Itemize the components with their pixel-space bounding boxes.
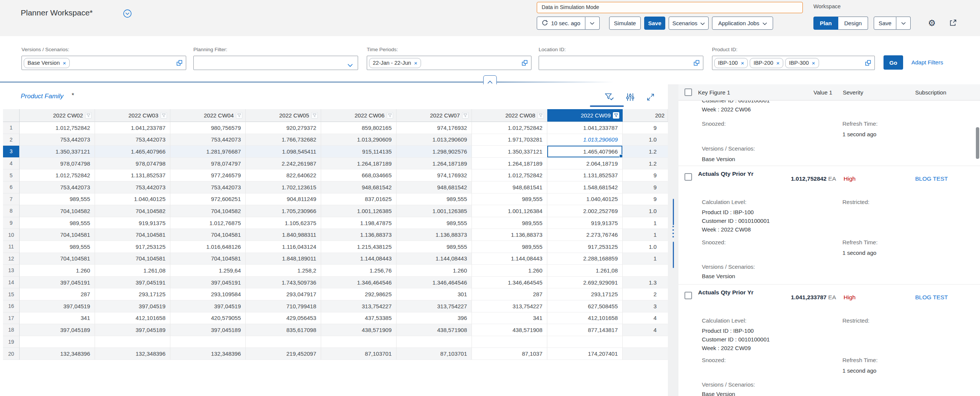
grid-cell[interactable]: 989,555 (396, 217, 472, 229)
grid-cell[interactable]: 704,104582 (95, 205, 170, 217)
grid-cell[interactable]: 1.001,126385 (396, 205, 472, 217)
grid-cell[interactable]: 920,279372 (246, 122, 321, 134)
save-data-button[interactable]: Save (644, 17, 665, 30)
grid-cell[interactable]: 1.012,752842 (472, 122, 547, 134)
planning-filter-select[interactable] (193, 56, 358, 70)
grid-cell[interactable]: 1.144,08443 (396, 253, 472, 265)
grid-cell[interactable]: 1.136,88373 (321, 229, 396, 241)
grid-cell[interactable]: 1.136,88373 (396, 229, 472, 241)
grid-cell-partial[interactable]: 1.0 (623, 134, 668, 146)
grid-cell[interactable]: 219,452097 (246, 348, 321, 360)
grid-cell[interactable]: 1.298,902576 (396, 146, 472, 158)
grid-cell[interactable]: 753,442073 (20, 181, 95, 193)
grid-cell[interactable]: 704,104581 (95, 253, 170, 265)
title-chevron-down-icon[interactable] (123, 9, 132, 20)
grid-cell[interactable]: 438,571909 (321, 324, 396, 336)
grid-cell[interactable]: 978,074797 (170, 158, 246, 170)
design-mode-button[interactable]: Design (838, 17, 869, 30)
grid-cell-partial[interactable]: 2 (623, 288, 668, 300)
grid-cell[interactable]: 1.346,464546 (321, 277, 396, 289)
tab-product-family[interactable]: Product Family (21, 93, 63, 100)
grid-cell[interactable]: 1.259,64 (170, 265, 246, 277)
grid-cell[interactable]: 2.692,929091 (547, 277, 623, 289)
grid-cell[interactable]: 2.064,18719 (547, 158, 623, 170)
grid-cell[interactable] (246, 336, 321, 348)
save-workspace-split-button[interactable]: Save (874, 17, 911, 30)
simulate-button[interactable]: Simulate (609, 17, 641, 30)
grid-cell[interactable]: 1.346,464546 (396, 277, 472, 289)
scenarios-menu-button[interactable]: Scenarios (669, 17, 709, 30)
grid-cell[interactable]: 974,176932 (396, 122, 472, 134)
column-header[interactable]: 2022 CW09 (547, 109, 623, 122)
grid-cell[interactable]: 1.465,407966 (547, 146, 623, 158)
grid-cell[interactable]: 753,442073 (95, 134, 170, 146)
grid-cell[interactable]: 704,104581 (20, 253, 95, 265)
grid-cell[interactable] (472, 336, 547, 348)
value-help-icon[interactable] (177, 60, 183, 67)
row-header[interactable]: 3 (3, 146, 20, 158)
grid-cell[interactable]: 438,571908 (396, 324, 472, 336)
grid-cell[interactable]: 1.131,852537 (547, 169, 623, 181)
grid-cell[interactable]: 287 (472, 288, 547, 300)
alert-subscription-link[interactable]: BLOG TEST (915, 176, 948, 182)
grid-cell[interactable]: 710,799418 (246, 300, 321, 312)
alert-subscription-link[interactable]: BLOG TEST (915, 294, 948, 301)
grid-cell[interactable]: 1.848,189011 (246, 253, 321, 265)
grid-cell-partial[interactable]: 1 (623, 253, 668, 265)
column-header-partial[interactable]: 202 (623, 109, 668, 122)
grid-cell[interactable]: 1.256,76 (321, 265, 396, 277)
grid-cell[interactable]: 293,17125 (95, 288, 170, 300)
grid-cell[interactable]: 1.105,62375 (246, 217, 321, 229)
refresh-split-button[interactable]: 10 sec. ago (537, 17, 600, 30)
grid-cell[interactable]: 917,253125 (547, 241, 623, 253)
row-header[interactable]: 10 (3, 229, 20, 241)
token-time-period[interactable]: 22-Jan - 22-Jun× (369, 58, 421, 68)
grid-cell[interactable]: 1.264,187189 (321, 158, 396, 170)
grid-cell[interactable]: 978,074798 (95, 158, 170, 170)
value-help-icon[interactable] (865, 60, 871, 67)
row-header[interactable]: 4 (3, 158, 20, 170)
grid-cell-partial[interactable]: 9 (623, 169, 668, 181)
grid-cell[interactable]: 1.260 (20, 265, 95, 277)
alert-item[interactable]: Actuals Qty Prior Yr 1.012,752842 EA Hig… (678, 169, 980, 284)
token-product[interactable]: IBP-200× (750, 58, 783, 68)
grid-cell[interactable]: 877,143817 (547, 324, 623, 336)
grid-cell[interactable]: 948,681541 (472, 181, 547, 193)
fullscreen-icon[interactable] (646, 93, 655, 103)
grid-cell[interactable]: 704,104581 (170, 253, 246, 265)
grid-cell[interactable]: 2.242,261987 (246, 158, 321, 170)
row-header[interactable]: 7 (3, 193, 20, 206)
grid-cell[interactable]: 174,207401 (547, 348, 623, 360)
token-remove-icon[interactable]: × (776, 60, 780, 66)
grid-cell[interactable]: 397,045189 (95, 324, 170, 336)
grid-cell[interactable]: 978,074798 (20, 158, 95, 170)
grid-cell-partial[interactable] (623, 348, 668, 360)
vertical-scrollbar-thumb[interactable] (673, 199, 674, 225)
grid-cell[interactable]: 989,555 (472, 217, 547, 229)
view-settings-icon[interactable] (626, 93, 635, 103)
grid-cell[interactable]: 293,17125 (547, 288, 623, 300)
grid-cell-partial[interactable]: 1.0 (623, 205, 668, 217)
grid-cell-partial[interactable]: 4 (623, 324, 668, 336)
select-all-corner[interactable] (3, 109, 20, 122)
column-header[interactable]: 2022 CW06 (321, 109, 396, 122)
grid-cell[interactable]: 1.350,337121 (20, 146, 95, 158)
token-remove-icon[interactable]: × (741, 60, 744, 66)
grid-cell-partial[interactable]: 1 (623, 217, 668, 229)
grid-cell-partial[interactable]: 9 (623, 181, 668, 193)
grid-cell[interactable]: 1.260 (396, 265, 472, 277)
grid-cell[interactable]: 753,442073 (170, 181, 246, 193)
column-filter-icon[interactable] (311, 112, 318, 119)
grid-cell[interactable]: 313,754227 (321, 300, 396, 312)
grid-cell[interactable]: 2.288,168859 (547, 253, 623, 265)
grid-cell[interactable]: 1.001,126385 (321, 205, 396, 217)
product-id-input[interactable]: IBP-100× IBP-200× IBP-300× (712, 56, 875, 70)
grid-cell-partial[interactable]: 9 (623, 193, 668, 206)
grid-cell[interactable]: 989,555 (20, 217, 95, 229)
grid-cell[interactable]: 1.116,043124 (246, 241, 321, 253)
row-header[interactable]: 15 (3, 288, 20, 300)
grid-cell[interactable]: 917,253125 (95, 241, 170, 253)
grid-cell[interactable]: 313,754227 (472, 300, 547, 312)
grid-cell[interactable]: 1.013,290609 (321, 134, 396, 146)
grid-cell[interactable]: 915,114135 (321, 146, 396, 158)
